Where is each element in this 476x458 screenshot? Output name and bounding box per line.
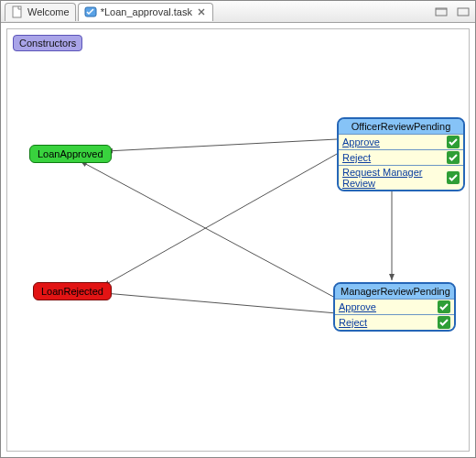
- state-loan-rejected[interactable]: LoanRejected: [33, 282, 112, 300]
- tab-bar: Welcome *Loan_approval.task: [1, 1, 475, 23]
- check-icon: [438, 316, 450, 329]
- constructors-button[interactable]: Constructors: [13, 35, 82, 51]
- maximize-icon[interactable]: [455, 5, 471, 18]
- document-icon: [11, 5, 24, 18]
- state-title: OfficerReviewPending: [339, 119, 463, 134]
- state-label: LoanApproved: [38, 148, 103, 159]
- action-label: Request Manager Review: [342, 167, 443, 189]
- diagram-canvas[interactable]: Constructors: [1, 23, 475, 457]
- check-icon: [447, 136, 460, 148]
- check-icon: [438, 300, 450, 313]
- action-label: Reject: [339, 317, 367, 328]
- svg-line-6: [103, 154, 337, 286]
- tab-welcome[interactable]: Welcome: [5, 3, 76, 21]
- action-label: Approve: [342, 136, 380, 147]
- tab-label: Welcome: [27, 6, 70, 17]
- action-approve[interactable]: Approve: [335, 299, 454, 314]
- minimize-icon[interactable]: [433, 5, 449, 18]
- check-icon: [447, 151, 460, 164]
- editor-window: Welcome *Loan_approval.task Constructors: [0, 0, 476, 458]
- state-title: ManagerReviewPending: [335, 284, 454, 299]
- task-file-icon: [84, 5, 97, 18]
- tab-label: *Loan_approval.task: [101, 6, 192, 17]
- canvas-inner: Constructors: [6, 28, 470, 452]
- svg-line-9: [104, 293, 337, 313]
- tab-loan-approval[interactable]: *Loan_approval.task: [78, 3, 213, 21]
- svg-rect-4: [458, 8, 469, 16]
- constructors-label: Constructors: [19, 38, 76, 49]
- action-request-manager-review[interactable]: Request Manager Review: [339, 165, 463, 190]
- close-icon[interactable]: [196, 6, 207, 17]
- action-approve[interactable]: Approve: [339, 134, 463, 149]
- action-label: Approve: [339, 301, 376, 312]
- action-label: Reject: [342, 152, 371, 163]
- action-reject[interactable]: Reject: [335, 314, 454, 330]
- action-reject[interactable]: Reject: [339, 149, 463, 165]
- state-loan-approved[interactable]: LoanApproved: [29, 145, 112, 163]
- check-icon: [447, 171, 460, 184]
- svg-line-8: [81, 161, 337, 299]
- state-label: LoanRejected: [41, 286, 103, 297]
- transition-arrows: [7, 29, 469, 451]
- state-manager-review-pending[interactable]: ManagerReviewPending Approve Reject: [333, 282, 456, 332]
- state-officer-review-pending[interactable]: OfficerReviewPending Approve Reject Requ…: [337, 117, 465, 191]
- svg-rect-0: [13, 6, 21, 17]
- svg-line-5: [106, 139, 337, 151]
